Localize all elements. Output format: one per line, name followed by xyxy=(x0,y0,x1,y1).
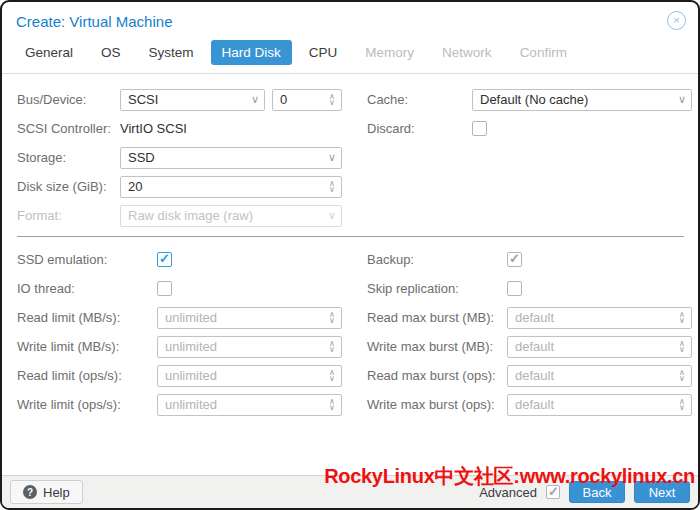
storage-label: Storage: xyxy=(17,150,120,165)
spinner-down-icon[interactable]: ∨ xyxy=(679,318,685,324)
format-select: Raw disk image (raw) ∨ xyxy=(120,205,342,227)
hard-disk-form: Bus/Device: SCSI ∨ 0 ∧∨ SCSI Controller:… xyxy=(2,74,698,419)
create-vm-dialog: Create: Virtual Machine × General OS Sys… xyxy=(0,0,700,510)
cache-row: Cache: Default (No cache) ∨ xyxy=(367,85,692,114)
chevron-down-icon[interactable]: ∨ xyxy=(323,151,341,164)
write-limit-mb-spinner[interactable]: unlimited ∧∨ xyxy=(157,336,342,358)
read-limit-ops-label: Read limit (ops/s): xyxy=(17,368,157,383)
read-limit-mb-spinner[interactable]: unlimited ∧∨ xyxy=(157,307,342,329)
help-button-label: Help xyxy=(43,485,70,500)
skip-replication-row: Skip replication: xyxy=(367,274,692,303)
spinner-down-icon[interactable]: ∨ xyxy=(329,187,335,193)
read-burst-mb-label: Read max burst (MB): xyxy=(367,310,507,325)
write-burst-ops-row: Write max burst (ops): default ∧∨ xyxy=(367,390,692,419)
spinner-icons[interactable]: ∧∨ xyxy=(323,341,341,353)
write-limit-mb-row: Write limit (MB/s): unlimited ∧∨ xyxy=(17,332,342,361)
tab-hard-disk[interactable]: Hard Disk xyxy=(211,40,292,65)
read-burst-mb-spinner[interactable]: default ∧∨ xyxy=(507,307,692,329)
wizard-tabbar: General OS System Hard Disk CPU Memory N… xyxy=(2,40,698,74)
write-limit-ops-row: Write limit (ops/s): unlimited ∧∨ xyxy=(17,390,342,419)
spinner-icons[interactable]: ∧∨ xyxy=(323,312,341,324)
read-limit-mb-row: Read limit (MB/s): unlimited ∧∨ xyxy=(17,303,342,332)
spinner-icons[interactable]: ∧∨ xyxy=(673,341,691,353)
backup-label: Backup: xyxy=(367,252,507,267)
ssd-emulation-label: SSD emulation: xyxy=(17,252,157,267)
read-burst-ops-row: Read max burst (ops): default ∧∨ xyxy=(367,361,692,390)
tab-cpu[interactable]: CPU xyxy=(298,40,349,65)
tab-system[interactable]: System xyxy=(138,40,205,65)
io-thread-label: IO thread: xyxy=(17,281,157,296)
disk-size-row: Disk size (GiB): 20 ∧∨ xyxy=(17,172,342,201)
advanced-checkbox[interactable] xyxy=(546,485,560,499)
tab-memory: Memory xyxy=(354,40,425,65)
spinner-down-icon[interactable]: ∨ xyxy=(329,100,335,106)
discard-checkbox[interactable] xyxy=(472,121,487,136)
write-limit-mb-label: Write limit (MB/s): xyxy=(17,339,157,354)
spinner-icons[interactable]: ∧∨ xyxy=(673,312,691,324)
io-thread-checkbox[interactable] xyxy=(157,281,172,296)
help-button[interactable]: ? Help xyxy=(10,480,83,504)
spinner-icons[interactable]: ∧∨ xyxy=(323,94,341,106)
cache-select[interactable]: Default (No cache) ∨ xyxy=(472,89,692,111)
read-limit-ops-spinner[interactable]: unlimited ∧∨ xyxy=(157,365,342,387)
scsi-controller-row: SCSI Controller: VirtIO SCSI xyxy=(17,114,342,143)
write-burst-mb-spinner[interactable]: default ∧∨ xyxy=(507,336,692,358)
discard-row: Discard: xyxy=(367,114,692,143)
spinner-icons[interactable]: ∧∨ xyxy=(323,181,341,193)
backup-checkbox[interactable] xyxy=(507,252,522,267)
spinner-down-icon[interactable]: ∨ xyxy=(679,405,685,411)
read-burst-ops-spinner[interactable]: default ∧∨ xyxy=(507,365,692,387)
chevron-down-icon[interactable]: ∨ xyxy=(246,93,264,106)
read-limit-ops-row: Read limit (ops/s): unlimited ∧∨ xyxy=(17,361,342,390)
spinner-down-icon[interactable]: ∨ xyxy=(329,347,335,353)
cache-label: Cache: xyxy=(367,92,472,107)
chevron-down-icon: ∨ xyxy=(323,209,341,222)
dialog-header: Create: Virtual Machine xyxy=(2,2,698,40)
spinner-down-icon[interactable]: ∨ xyxy=(329,405,335,411)
storage-row: Storage: SSD ∨ xyxy=(17,143,342,172)
spinner-down-icon[interactable]: ∨ xyxy=(329,376,335,382)
write-burst-ops-spinner[interactable]: default ∧∨ xyxy=(507,394,692,416)
ssd-emulation-checkbox[interactable] xyxy=(157,252,172,267)
back-button[interactable]: Back xyxy=(569,481,625,503)
section-divider xyxy=(17,236,684,237)
ssd-emulation-row: SSD emulation: xyxy=(17,245,342,274)
close-icon[interactable]: × xyxy=(667,11,686,30)
scsi-controller-label: SCSI Controller: xyxy=(17,121,120,136)
format-row: Format: Raw disk image (raw) ∨ xyxy=(17,201,342,230)
write-burst-mb-row: Write max burst (MB): default ∧∨ xyxy=(367,332,692,361)
bus-device-label: Bus/Device: xyxy=(17,92,120,107)
chevron-down-icon[interactable]: ∨ xyxy=(673,93,691,106)
skip-replication-label: Skip replication: xyxy=(367,281,507,296)
tab-general[interactable]: General xyxy=(14,40,84,65)
dialog-footer: ? Help Advanced Back Next xyxy=(2,475,698,508)
format-label: Format: xyxy=(17,208,120,223)
next-button[interactable]: Next xyxy=(634,481,690,503)
skip-replication-checkbox[interactable] xyxy=(507,281,522,296)
spinner-icons[interactable]: ∧∨ xyxy=(673,370,691,382)
read-limit-mb-label: Read limit (MB/s): xyxy=(17,310,157,325)
bus-device-row: Bus/Device: SCSI ∨ 0 ∧∨ xyxy=(17,85,342,114)
discard-label: Discard: xyxy=(367,121,472,136)
disk-size-label: Disk size (GiB): xyxy=(17,179,120,194)
bus-device-select[interactable]: SCSI ∨ xyxy=(120,89,265,111)
spinner-icons[interactable]: ∧∨ xyxy=(673,399,691,411)
spinner-down-icon[interactable]: ∨ xyxy=(679,376,685,382)
tab-confirm: Confirm xyxy=(509,40,578,65)
tab-network: Network xyxy=(431,40,503,65)
disk-size-spinner[interactable]: 20 ∧∨ xyxy=(120,176,342,198)
spinner-icons[interactable]: ∧∨ xyxy=(323,399,341,411)
dialog-title: Create: Virtual Machine xyxy=(16,13,172,30)
read-burst-mb-row: Read max burst (MB): default ∧∨ xyxy=(367,303,692,332)
scsi-controller-value: VirtIO SCSI xyxy=(120,121,187,136)
write-limit-ops-spinner[interactable]: unlimited ∧∨ xyxy=(157,394,342,416)
write-burst-ops-label: Write max burst (ops): xyxy=(367,397,507,412)
advanced-label: Advanced xyxy=(479,485,537,500)
tab-os[interactable]: OS xyxy=(90,40,132,65)
storage-select[interactable]: SSD ∨ xyxy=(120,147,342,169)
bus-index-spinner[interactable]: 0 ∧∨ xyxy=(272,89,342,111)
spinner-down-icon[interactable]: ∨ xyxy=(679,347,685,353)
spinner-icons[interactable]: ∧∨ xyxy=(323,370,341,382)
spinner-down-icon[interactable]: ∨ xyxy=(329,318,335,324)
io-thread-row: IO thread: xyxy=(17,274,342,303)
